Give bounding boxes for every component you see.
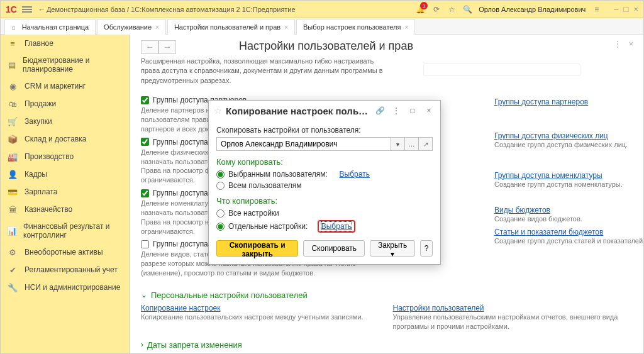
- search-box[interactable]: [423, 64, 580, 76]
- copy-settings-dialog: ☆ Копирование настроек поль… 🔗 ⋮ □ × Ско…: [208, 100, 441, 265]
- app-title: Демонстрационная база / 1С:Комплексная а…: [47, 6, 416, 13]
- page-close-icon[interactable]: ×: [629, 40, 633, 48]
- chk-budgets[interactable]: [141, 240, 149, 248]
- chk-partners[interactable]: [141, 96, 149, 104]
- link-persons[interactable]: Группы доступа физических лиц: [494, 131, 608, 140]
- sidebar: ≡Главное ▤Бюджетирование и планирование …: [1, 35, 130, 354]
- tab-close-icon[interactable]: ×: [404, 24, 408, 31]
- radio-selected-users[interactable]: [216, 170, 225, 179]
- search-icon[interactable]: 🔍: [463, 4, 472, 14]
- tab-select[interactable]: Выбор настроек пользователя×: [296, 19, 415, 35]
- tab-service[interactable]: Обслуживание×: [97, 19, 166, 35]
- ellipsis-button[interactable]: …: [405, 137, 419, 151]
- link-partners[interactable]: Группы доступа партнеров: [494, 97, 588, 106]
- link-copy-settings[interactable]: Копирование настроек: [141, 304, 221, 313]
- sidebar-item-hr[interactable]: 👤Кадры: [1, 165, 129, 183]
- sidebar-item-salary[interactable]: 💳Зарплата: [1, 183, 129, 201]
- user-menu-icon[interactable]: ≡: [592, 4, 601, 14]
- page-title: Настройки пользователей и прав: [239, 40, 413, 53]
- section-dates[interactable]: Даты запрета изменения: [141, 340, 632, 350]
- wrench-icon: 🔧: [7, 282, 18, 292]
- more-icon[interactable]: ⋮: [614, 40, 621, 48]
- bell-icon[interactable]: 🔔1: [416, 4, 425, 14]
- select-users-link[interactable]: Выбрать: [340, 170, 370, 179]
- nav-back-button[interactable]: ←: [141, 40, 158, 54]
- whom-section: Кому копировать:: [216, 157, 433, 167]
- sidebar-item-warehouse[interactable]: 📦Склад и доставка: [1, 130, 129, 148]
- star-icon[interactable]: ☆: [447, 4, 457, 14]
- select-settings-link[interactable]: Выбрать: [321, 222, 352, 231]
- link-budget-items[interactable]: Статьи и показатели бюджетов: [494, 228, 603, 236]
- copy-close-button[interactable]: Скопировать и закрыть: [216, 240, 298, 257]
- nav-fwd-button[interactable]: →: [158, 40, 176, 54]
- from-user-input[interactable]: [216, 137, 391, 151]
- dialog-close-icon[interactable]: ×: [423, 104, 435, 117]
- link-budget-types[interactable]: Виды бюджетов: [494, 206, 550, 214]
- menu-icon[interactable]: [22, 5, 32, 14]
- person-icon: 👤: [7, 169, 18, 179]
- check-icon: ✔: [7, 265, 18, 275]
- crm-icon: ◉: [7, 81, 18, 91]
- section-personal[interactable]: Персональные настройки пользователей: [141, 290, 632, 300]
- tabs-bar: Начальная страница Обслуживание× Настрой…: [1, 18, 643, 35]
- radio-all-settings[interactable]: [216, 209, 225, 218]
- title-bar: 1C ← Демонстрационная база / 1С:Комплекс…: [1, 1, 643, 18]
- tab-home[interactable]: Начальная страница: [4, 19, 96, 35]
- dialog-max-icon[interactable]: □: [406, 104, 419, 117]
- link-nomenclature[interactable]: Группы доступа номенклатуры: [494, 171, 602, 180]
- sidebar-item-crm[interactable]: ◉CRM и маркетинг: [1, 77, 129, 95]
- close-icon[interactable]: ×: [633, 4, 638, 14]
- sidebar-item-assets[interactable]: ⚙Внеоборотные активы: [1, 243, 129, 261]
- bank-icon: 🏛: [7, 204, 18, 214]
- radio-some-settings[interactable]: [216, 223, 225, 231]
- radio-all-users[interactable]: [216, 182, 225, 190]
- sidebar-item-finance[interactable]: 📊Финансовый результат и контроллинг: [1, 218, 129, 243]
- history-icon[interactable]: ⟳: [431, 4, 441, 14]
- from-label: Скопировать настройки от пользователя:: [216, 126, 433, 135]
- back-icon[interactable]: ←: [37, 4, 47, 14]
- page-description: Расширенная настройка, позволяющая макси…: [141, 57, 392, 86]
- sidebar-item-budget[interactable]: ▤Бюджетирование и планирование: [1, 52, 129, 77]
- sidebar-item-admin[interactable]: 🔧НСИ и администрирование: [1, 279, 129, 296]
- link-icon[interactable]: 🔗: [374, 104, 386, 117]
- box-icon: 📦: [7, 134, 18, 144]
- gear-icon: ⚙: [7, 247, 18, 257]
- link-user-settings[interactable]: Настройки пользователей: [393, 304, 484, 313]
- logo-1c: 1C: [6, 4, 17, 14]
- dialog-title: Копирование настроек поль…: [226, 106, 370, 116]
- what-section: Что копировать:: [216, 196, 433, 206]
- sidebar-item-regulated[interactable]: ✔Регламентированный учет: [1, 261, 129, 279]
- card-icon: 💳: [7, 187, 18, 197]
- tab-close-icon[interactable]: ×: [155, 24, 159, 31]
- sales-icon: 🛍: [7, 99, 18, 109]
- sidebar-item-treasury[interactable]: 🏛Казначейство: [1, 201, 129, 218]
- help-button[interactable]: ?: [420, 240, 433, 257]
- maximize-icon[interactable]: □: [624, 4, 629, 14]
- close-button[interactable]: Закрыть ▾: [370, 240, 415, 257]
- copy-desc: Копирование пользовательских настроек ме…: [141, 313, 380, 322]
- chart-icon: 📊: [7, 226, 17, 236]
- favorite-icon[interactable]: ☆: [214, 106, 222, 116]
- minimize-icon[interactable]: –: [614, 4, 618, 14]
- open-button[interactable]: ↗: [419, 137, 433, 151]
- current-user[interactable]: Орлов Александр Владимирович: [479, 6, 586, 13]
- sidebar-item-purchase[interactable]: 🛒Закупки: [1, 113, 129, 130]
- sidebar-item-production[interactable]: 🏭Производство: [1, 148, 129, 165]
- copy-button[interactable]: Скопировать: [303, 240, 365, 257]
- dialog-more-icon[interactable]: ⋮: [390, 104, 402, 117]
- sidebar-item-main[interactable]: ≡Главное: [1, 35, 129, 52]
- cart-icon: 🛒: [7, 116, 18, 126]
- sidebar-item-sales[interactable]: 🛍Продажи: [1, 95, 129, 113]
- tab-settings[interactable]: Настройки пользователей и прав×: [167, 19, 295, 35]
- chk-nomenclature[interactable]: [141, 189, 149, 197]
- chk-persons[interactable]: [141, 138, 149, 146]
- tab-close-icon[interactable]: ×: [284, 24, 288, 31]
- factory-icon: 🏭: [7, 152, 18, 162]
- dropdown-button[interactable]: ▾: [391, 137, 405, 151]
- budget-icon: ▤: [7, 60, 16, 70]
- main-icon: ≡: [7, 38, 18, 48]
- user-desc: Управление пользовательскими настройками…: [393, 313, 633, 331]
